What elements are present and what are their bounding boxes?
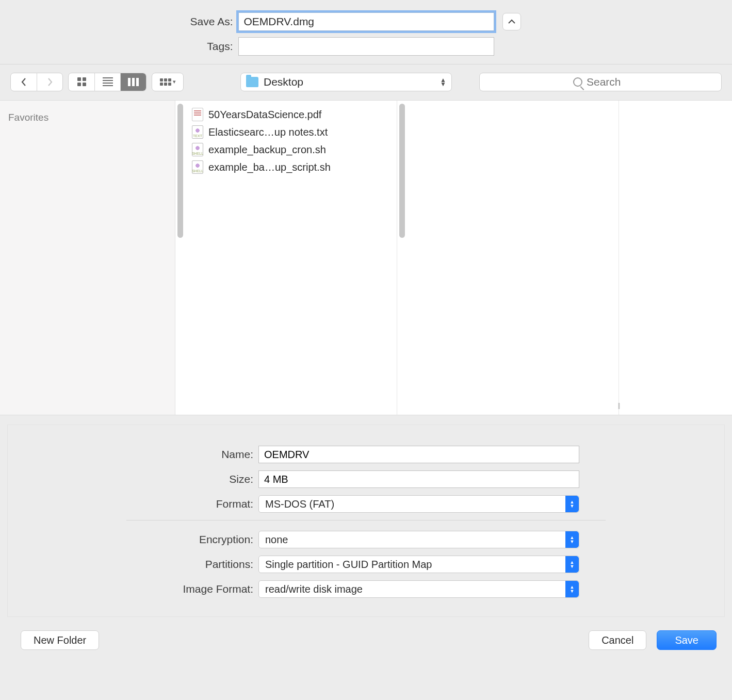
- list-icon: [103, 77, 113, 86]
- pdf-file-icon: [192, 108, 203, 121]
- column-1[interactable]: 50YearsDataScience.pdfTEXTElasticsearc…u…: [175, 101, 397, 415]
- nav-history-segment: [10, 73, 63, 91]
- list-view-button[interactable]: [94, 73, 120, 91]
- browser-toolbar: ▾ Desktop ▲▼: [0, 64, 732, 101]
- image-format-label: Image Format:: [8, 583, 258, 595]
- column-view-button[interactable]: [120, 73, 146, 91]
- expand-toggle-button[interactable]: [502, 13, 521, 30]
- grid-icon: [77, 77, 86, 86]
- group-by-button[interactable]: ▾: [152, 73, 183, 91]
- forward-button[interactable]: [37, 73, 62, 91]
- file-name: example_ba…up_script.sh: [208, 161, 331, 173]
- size-label: Size:: [8, 473, 258, 485]
- disk-image-options: Name: Size: Format: MS-DOS (FAT) ▲▼ Encr…: [7, 425, 725, 617]
- chevron-left-icon: [21, 77, 27, 87]
- tags-label: Tags:: [58, 40, 233, 53]
- file-row[interactable]: SHELLexample_backup_cron.sh: [191, 141, 394, 158]
- cancel-button[interactable]: Cancel: [589, 630, 646, 650]
- back-button[interactable]: [11, 73, 37, 91]
- scrollbar-thumb[interactable]: [399, 104, 405, 238]
- options-divider: [126, 520, 606, 520]
- encryption-select[interactable]: none ▲▼: [258, 531, 579, 548]
- location-label: Desktop: [264, 76, 303, 88]
- coverflow-icon: [160, 78, 171, 86]
- tags-row: Tags:: [0, 37, 732, 56]
- icon-view-button[interactable]: [69, 73, 94, 91]
- location-popup[interactable]: Desktop ▲▼: [240, 73, 452, 91]
- columns-icon: [128, 78, 139, 86]
- folder-icon: [246, 77, 258, 87]
- file-name: example_backup_cron.sh: [208, 144, 326, 156]
- select-stepper-icon: ▲▼: [565, 496, 579, 512]
- sidebar-section-favorites: Favorites: [8, 112, 167, 123]
- chevron-down-icon: ▾: [173, 78, 176, 85]
- file-browser: Favorites 50YearsDataScience.pdfTEXTElas…: [0, 101, 732, 415]
- file-row[interactable]: SHELLexample_ba…up_script.sh: [191, 158, 394, 176]
- file-name: Elasticsearc…up notes.txt: [208, 126, 328, 138]
- save-as-input[interactable]: [238, 12, 494, 31]
- scrollbar-thumb[interactable]: [177, 104, 183, 238]
- search-icon: [573, 77, 582, 87]
- file-row[interactable]: TEXTElasticsearc…up notes.txt: [191, 123, 394, 141]
- sidebar: Favorites: [0, 101, 175, 415]
- sh-file-icon: SHELL: [192, 143, 203, 156]
- search-input[interactable]: [587, 76, 628, 88]
- format-select[interactable]: MS-DOS (FAT) ▲▼: [258, 495, 579, 513]
- partitions-select[interactable]: Single partition - GUID Partition Map ▲▼: [258, 556, 579, 573]
- search-field[interactable]: [479, 73, 722, 91]
- name-label: Name:: [8, 448, 258, 461]
- column-2[interactable]: ||: [397, 101, 619, 415]
- chevron-up-icon: [508, 19, 515, 24]
- tags-input[interactable]: [238, 37, 494, 56]
- size-input[interactable]: [258, 470, 579, 488]
- txt-file-icon: TEXT: [192, 125, 203, 139]
- file-name: 50YearsDataScience.pdf: [208, 109, 321, 121]
- column-resize-handle[interactable]: ||: [615, 401, 622, 412]
- encryption-value: none: [265, 534, 288, 546]
- save-as-label: Save As:: [58, 15, 233, 28]
- format-label: Format:: [8, 498, 258, 510]
- file-row[interactable]: 50YearsDataScience.pdf: [191, 106, 394, 123]
- chevron-right-icon: [47, 77, 53, 87]
- select-stepper-icon: ▲▼: [565, 531, 579, 548]
- image-format-value: read/write disk image: [265, 583, 363, 595]
- save-as-row: Save As:: [0, 12, 732, 31]
- encryption-label: Encryption:: [8, 533, 258, 546]
- partitions-label: Partitions:: [8, 558, 258, 571]
- save-header: Save As: Tags:: [0, 0, 732, 64]
- group-segment: ▾: [152, 73, 184, 91]
- dialog-footer: New Folder Cancel Save: [0, 617, 732, 665]
- save-button[interactable]: Save: [657, 630, 717, 650]
- column-3[interactable]: [619, 101, 732, 415]
- name-input[interactable]: [258, 446, 579, 463]
- select-stepper-icon: ▲▼: [565, 581, 579, 597]
- select-stepper-icon: ▲▼: [565, 556, 579, 573]
- partitions-value: Single partition - GUID Partition Map: [265, 559, 432, 571]
- view-mode-segment: [68, 73, 147, 91]
- sh-file-icon: SHELL: [192, 160, 203, 174]
- image-format-select[interactable]: read/write disk image ▲▼: [258, 580, 579, 598]
- new-folder-button[interactable]: New Folder: [21, 630, 99, 650]
- updown-stepper-icon: ▲▼: [440, 78, 446, 86]
- format-value: MS-DOS (FAT): [265, 498, 334, 510]
